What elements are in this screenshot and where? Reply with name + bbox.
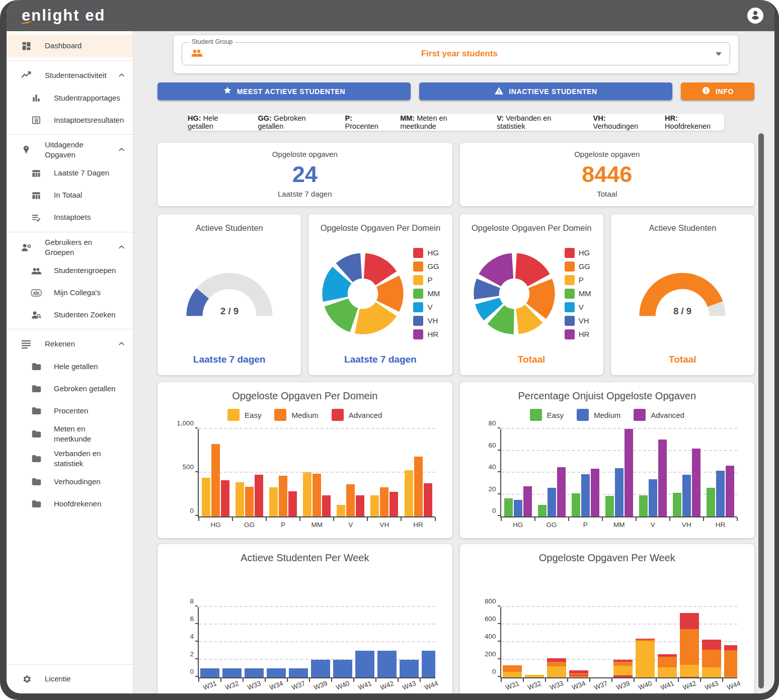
sidebar-item-instaptoetsresultaten[interactable]: Instaptoetsresultaten xyxy=(7,109,133,131)
bar-slot xyxy=(420,607,435,677)
svg-text:2 / 9: 2 / 9 xyxy=(220,306,239,316)
vertical-scrollbar-thumb[interactable] xyxy=(758,133,764,688)
stack-segment xyxy=(547,662,566,666)
donut-legend: HGGGPMMVVHHR xyxy=(565,248,591,339)
sidebar-item-studentengroepen[interactable]: Studentengroepen xyxy=(7,259,133,282)
checklist-icon xyxy=(31,212,42,223)
gauge-chart: 2 / 9 xyxy=(165,233,294,354)
chart-title: Percentage Onjuist Opgeloste Opgaven xyxy=(472,390,743,402)
x-axis-label: HR xyxy=(704,521,737,529)
bar-slot xyxy=(546,607,568,677)
stat-caption: Totaal xyxy=(597,190,617,198)
solved-per-week-chart-card: Opgeloste Opgaven Per Week0200400600800W… xyxy=(460,544,755,693)
x-axis-label: VH xyxy=(670,521,704,529)
y-axis-label: 80 xyxy=(474,419,496,427)
stack-segment xyxy=(724,650,738,677)
inactive-students-button[interactable]: INACTIEVE STUDENTEN xyxy=(419,82,672,100)
legend-swatch xyxy=(413,261,423,272)
sidebar-group-uitdagende-opgaven[interactable]: Uitdagende Opgaven xyxy=(7,138,133,162)
sidebar-item-studentrapportages[interactable]: Studentrapportages xyxy=(7,87,133,109)
sidebar-item-dashboard[interactable]: Dashboard xyxy=(7,34,133,57)
domain-legend-bar: HG: Hele getallenGG: Gebroken getallenP:… xyxy=(188,114,724,131)
x-axis-label: W33 xyxy=(544,678,568,693)
bar-v-medium xyxy=(649,479,657,516)
legend-item-easy: Easy xyxy=(227,409,261,421)
bars-container: HGGGPMMVVHHR xyxy=(501,429,738,516)
sidebar-group-rekenen[interactable]: Rekenen xyxy=(7,332,133,356)
gauge-card-last7: Actieve Studenten2 / 9Laatste 7 dagen xyxy=(158,214,301,375)
x-axis-label: W43 xyxy=(398,678,421,693)
stat-value: 24 xyxy=(292,163,318,186)
x-axis-label: W39 xyxy=(309,678,332,693)
bar-gg-medium xyxy=(245,487,254,516)
student-group-select[interactable]: Student Group First year students xyxy=(182,42,730,65)
bar-w44 xyxy=(724,645,738,677)
gear-icon xyxy=(21,673,32,684)
sidebar-item-mijn-collega-s[interactable]: Mijn Collega's xyxy=(7,282,133,304)
bar-w40 xyxy=(333,660,352,678)
x-axis-label: W37 xyxy=(589,678,612,693)
legend-swatch xyxy=(530,409,542,421)
sidebar-item-label: Verbanden en statistiek xyxy=(54,449,126,469)
x-axis-tick xyxy=(435,517,436,521)
x-axis-tick xyxy=(567,678,568,682)
sidebar-group-studentenactiviteit[interactable]: Studentenactiviteit xyxy=(7,64,133,87)
bar-hg-advanced xyxy=(523,486,532,516)
legend-swatch xyxy=(577,409,589,421)
user-avatar-button[interactable] xyxy=(747,8,763,24)
bar-w33 xyxy=(245,668,264,677)
sidebar-item-label: Mijn Collega's xyxy=(54,288,126,298)
sidebar-item-hele-getallen[interactable]: Hele getallen xyxy=(7,356,133,378)
sidebar-item-studenten-zoeken[interactable]: Studenten Zoeken xyxy=(7,304,133,326)
most-active-students-button[interactable]: MEEST ACTIEVE STUDENTEN xyxy=(158,82,411,100)
chart-footer-caption: Laatste 7 dagen xyxy=(165,354,294,369)
students-icon xyxy=(190,47,203,60)
app-window: enlight ed DashboardStudentenactiviteitS… xyxy=(7,0,774,693)
bar-hr-medium xyxy=(414,457,423,516)
y-axis-label: 0 xyxy=(172,507,194,514)
person-icon xyxy=(749,8,762,23)
sidebar-group-gebruikers-en-groepen[interactable]: Gebruikers en Groepen xyxy=(7,235,133,260)
chart-title: Opgeloste Opgaven Per Week xyxy=(472,552,743,564)
legend-item-mm: MM xyxy=(413,289,440,299)
sidebar-item-laatste-7-dagen[interactable]: Laatste 7 Dagen xyxy=(7,162,133,185)
bar-w39 xyxy=(311,660,330,678)
legend-item-p: P xyxy=(565,275,591,285)
bar-hg-advanced xyxy=(221,480,229,516)
bar-hg-easy xyxy=(202,478,210,516)
bar-p-easy xyxy=(269,487,278,516)
sidebar-item-verhoudingen[interactable]: Verhoudingen xyxy=(7,471,133,493)
sidebar-item-licentie[interactable]: Licentie xyxy=(7,665,133,693)
sidebar-item-meten-en-meetkunde[interactable]: Meten en meetkunde xyxy=(7,422,133,447)
bar-slot xyxy=(376,607,398,677)
sidebar-item-hoofdrekenen[interactable]: Hoofdrekenen xyxy=(7,493,133,515)
sidebar-item-gebroken-getallen[interactable]: Gebroken getallen xyxy=(7,378,133,400)
sidebar-item-instaptoets[interactable]: Instaptoets xyxy=(7,207,133,229)
scrollable-bars-viewport[interactable] xyxy=(199,607,435,677)
stack-segment xyxy=(613,666,633,676)
bar-group-p: P xyxy=(569,429,602,516)
legend-swatch xyxy=(413,329,423,339)
bar-p-easy xyxy=(572,493,580,516)
sidebar-item-in-totaal[interactable]: In Totaal xyxy=(7,185,133,207)
x-axis-label: W34 xyxy=(567,678,590,693)
bar-w41 xyxy=(658,654,677,677)
stack-segment xyxy=(658,667,677,677)
bar-gg-medium xyxy=(548,488,556,516)
bar-hr-advanced xyxy=(726,466,734,516)
bar-p-medium xyxy=(581,474,590,516)
sidebar-item-procenten[interactable]: Procenten xyxy=(7,400,133,422)
window-frame: enlight ed DashboardStudentenactiviteitS… xyxy=(0,0,779,700)
info-button[interactable]: INFO xyxy=(681,82,754,100)
sidebar-item-verbanden-en-statistiek[interactable]: Verbanden en statistiek xyxy=(7,447,133,471)
scrollable-bars-viewport[interactable] xyxy=(501,607,738,677)
x-axis-label: W41 xyxy=(655,678,678,693)
user-gear-icon xyxy=(21,242,32,253)
donut-chart: HGGGPMMVVHHR xyxy=(321,248,440,339)
legend-item-medium: Medium xyxy=(577,409,620,421)
legend-item-advanced: Advanced xyxy=(332,409,382,421)
x-axis-label: W32 xyxy=(220,678,244,693)
sidebar-item-label: Procenten xyxy=(54,406,126,416)
chart-title: Opgeloste Opgaven Per Domein xyxy=(467,223,596,233)
sidebar-item-label: Gebroken getallen xyxy=(54,384,126,394)
